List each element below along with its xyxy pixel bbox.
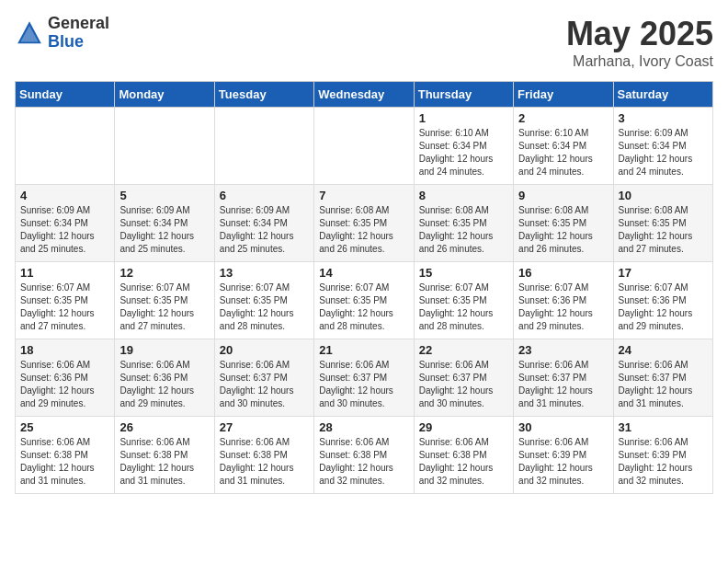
calendar-cell: 20Sunrise: 6:06 AM Sunset: 6:37 PM Dayli… bbox=[214, 339, 313, 417]
day-number: 22 bbox=[419, 343, 508, 357]
logo-blue: Blue bbox=[48, 33, 109, 52]
day-number: 4 bbox=[20, 189, 109, 202]
weekday-header: Wednesday bbox=[314, 82, 414, 108]
logo-general: General bbox=[48, 15, 109, 33]
weekday-row: SundayMondayTuesdayWednesdayThursdayFrid… bbox=[16, 82, 713, 108]
day-number: 30 bbox=[518, 420, 608, 434]
calendar-cell: 25Sunrise: 6:06 AM Sunset: 6:38 PM Dayli… bbox=[16, 417, 115, 494]
weekday-header: Friday bbox=[514, 82, 613, 108]
day-number: 21 bbox=[319, 343, 408, 357]
day-info: Sunrise: 6:06 AM Sunset: 6:39 PM Dayligh… bbox=[518, 436, 608, 488]
day-info: Sunrise: 6:08 AM Sunset: 6:35 PM Dayligh… bbox=[419, 204, 508, 256]
day-info: Sunrise: 6:08 AM Sunset: 6:35 PM Dayligh… bbox=[619, 204, 708, 256]
day-number: 5 bbox=[119, 189, 209, 202]
calendar-cell: 30Sunrise: 6:06 AM Sunset: 6:39 PM Dayli… bbox=[514, 417, 613, 494]
calendar-cell: 6Sunrise: 6:09 AM Sunset: 6:34 PM Daylig… bbox=[214, 185, 313, 262]
calendar-cell: 27Sunrise: 6:06 AM Sunset: 6:38 PM Dayli… bbox=[214, 417, 313, 494]
day-info: Sunrise: 6:06 AM Sunset: 6:37 PM Dayligh… bbox=[419, 359, 508, 410]
day-info: Sunrise: 6:10 AM Sunset: 6:34 PM Dayligh… bbox=[419, 127, 508, 178]
location: Marhana, Ivory Coast bbox=[566, 53, 713, 70]
day-info: Sunrise: 6:07 AM Sunset: 6:36 PM Dayligh… bbox=[518, 282, 608, 333]
weekday-header: Tuesday bbox=[214, 82, 313, 108]
day-number: 18 bbox=[20, 343, 109, 357]
calendar-cell bbox=[16, 108, 115, 185]
calendar-week: 25Sunrise: 6:06 AM Sunset: 6:38 PM Dayli… bbox=[16, 417, 713, 494]
day-info: Sunrise: 6:07 AM Sunset: 6:35 PM Dayligh… bbox=[419, 282, 508, 333]
logo-icon bbox=[15, 18, 44, 48]
day-number: 19 bbox=[119, 343, 209, 357]
page-header: General Blue May 2025 Marhana, Ivory Coa… bbox=[15, 15, 713, 70]
calendar-cell: 17Sunrise: 6:07 AM Sunset: 6:36 PM Dayli… bbox=[613, 262, 712, 339]
calendar-cell bbox=[314, 108, 414, 185]
calendar-cell: 22Sunrise: 6:06 AM Sunset: 6:37 PM Dayli… bbox=[414, 339, 513, 417]
day-info: Sunrise: 6:06 AM Sunset: 6:38 PM Dayligh… bbox=[119, 436, 209, 488]
day-number: 23 bbox=[518, 343, 608, 357]
day-info: Sunrise: 6:09 AM Sunset: 6:34 PM Dayligh… bbox=[119, 204, 209, 256]
day-info: Sunrise: 6:07 AM Sunset: 6:35 PM Dayligh… bbox=[119, 282, 209, 333]
day-info: Sunrise: 6:07 AM Sunset: 6:36 PM Dayligh… bbox=[619, 282, 708, 333]
day-info: Sunrise: 6:08 AM Sunset: 6:35 PM Dayligh… bbox=[319, 204, 408, 256]
day-info: Sunrise: 6:10 AM Sunset: 6:34 PM Dayligh… bbox=[518, 127, 608, 178]
calendar-cell: 9Sunrise: 6:08 AM Sunset: 6:35 PM Daylig… bbox=[514, 185, 613, 262]
weekday-header: Monday bbox=[115, 82, 214, 108]
day-info: Sunrise: 6:06 AM Sunset: 6:37 PM Dayligh… bbox=[220, 359, 309, 410]
day-number: 8 bbox=[419, 189, 508, 202]
day-info: Sunrise: 6:09 AM Sunset: 6:34 PM Dayligh… bbox=[20, 204, 109, 256]
calendar-cell bbox=[115, 108, 214, 185]
day-number: 26 bbox=[119, 420, 209, 434]
calendar-cell: 15Sunrise: 6:07 AM Sunset: 6:35 PM Dayli… bbox=[414, 262, 513, 339]
day-number: 28 bbox=[319, 420, 408, 434]
day-info: Sunrise: 6:06 AM Sunset: 6:38 PM Dayligh… bbox=[319, 436, 408, 488]
calendar-cell bbox=[214, 108, 313, 185]
day-info: Sunrise: 6:06 AM Sunset: 6:38 PM Dayligh… bbox=[220, 436, 309, 488]
calendar-cell: 23Sunrise: 6:06 AM Sunset: 6:37 PM Dayli… bbox=[514, 339, 613, 417]
calendar-cell: 12Sunrise: 6:07 AM Sunset: 6:35 PM Dayli… bbox=[115, 262, 214, 339]
calendar-cell: 7Sunrise: 6:08 AM Sunset: 6:35 PM Daylig… bbox=[314, 185, 414, 262]
calendar-week: 4Sunrise: 6:09 AM Sunset: 6:34 PM Daylig… bbox=[16, 185, 713, 262]
calendar-cell: 3Sunrise: 6:09 AM Sunset: 6:34 PM Daylig… bbox=[613, 108, 712, 185]
weekday-header: Sunday bbox=[16, 82, 115, 108]
day-info: Sunrise: 6:07 AM Sunset: 6:35 PM Dayligh… bbox=[20, 282, 109, 333]
weekday-header: Saturday bbox=[613, 82, 712, 108]
day-info: Sunrise: 6:09 AM Sunset: 6:34 PM Dayligh… bbox=[220, 204, 309, 256]
day-info: Sunrise: 6:06 AM Sunset: 6:37 PM Dayligh… bbox=[518, 359, 608, 410]
calendar-week: 1Sunrise: 6:10 AM Sunset: 6:34 PM Daylig… bbox=[16, 108, 713, 185]
calendar-header: SundayMondayTuesdayWednesdayThursdayFrid… bbox=[16, 82, 713, 108]
calendar-cell: 13Sunrise: 6:07 AM Sunset: 6:35 PM Dayli… bbox=[214, 262, 313, 339]
day-number: 29 bbox=[419, 420, 508, 434]
day-number: 12 bbox=[119, 266, 209, 280]
calendar-cell: 28Sunrise: 6:06 AM Sunset: 6:38 PM Dayli… bbox=[314, 417, 414, 494]
calendar-cell: 4Sunrise: 6:09 AM Sunset: 6:34 PM Daylig… bbox=[16, 185, 115, 262]
day-info: Sunrise: 6:07 AM Sunset: 6:35 PM Dayligh… bbox=[220, 282, 309, 333]
calendar-table: SundayMondayTuesdayWednesdayThursdayFrid… bbox=[15, 81, 713, 494]
day-number: 7 bbox=[319, 189, 408, 202]
day-number: 24 bbox=[619, 343, 708, 357]
calendar-cell: 29Sunrise: 6:06 AM Sunset: 6:38 PM Dayli… bbox=[414, 417, 513, 494]
day-number: 2 bbox=[518, 111, 608, 125]
calendar-week: 11Sunrise: 6:07 AM Sunset: 6:35 PM Dayli… bbox=[16, 262, 713, 339]
calendar-cell: 11Sunrise: 6:07 AM Sunset: 6:35 PM Dayli… bbox=[16, 262, 115, 339]
day-info: Sunrise: 6:06 AM Sunset: 6:38 PM Dayligh… bbox=[419, 436, 508, 488]
month-year: May 2025 bbox=[566, 15, 713, 53]
calendar-cell: 16Sunrise: 6:07 AM Sunset: 6:36 PM Dayli… bbox=[514, 262, 613, 339]
day-number: 11 bbox=[20, 266, 109, 280]
calendar-cell: 18Sunrise: 6:06 AM Sunset: 6:36 PM Dayli… bbox=[16, 339, 115, 417]
title-block: May 2025 Marhana, Ivory Coast bbox=[566, 15, 713, 70]
calendar-cell: 31Sunrise: 6:06 AM Sunset: 6:39 PM Dayli… bbox=[613, 417, 712, 494]
day-number: 25 bbox=[20, 420, 109, 434]
calendar-week: 18Sunrise: 6:06 AM Sunset: 6:36 PM Dayli… bbox=[16, 339, 713, 417]
day-number: 15 bbox=[419, 266, 508, 280]
day-info: Sunrise: 6:06 AM Sunset: 6:37 PM Dayligh… bbox=[619, 359, 708, 410]
calendar-body: 1Sunrise: 6:10 AM Sunset: 6:34 PM Daylig… bbox=[16, 108, 713, 494]
calendar-cell: 19Sunrise: 6:06 AM Sunset: 6:36 PM Dayli… bbox=[115, 339, 214, 417]
calendar-cell: 21Sunrise: 6:06 AM Sunset: 6:37 PM Dayli… bbox=[314, 339, 414, 417]
day-number: 31 bbox=[619, 420, 708, 434]
day-info: Sunrise: 6:09 AM Sunset: 6:34 PM Dayligh… bbox=[619, 127, 708, 178]
day-number: 14 bbox=[319, 266, 408, 280]
day-number: 13 bbox=[220, 266, 309, 280]
day-number: 1 bbox=[419, 111, 508, 125]
logo-text: General Blue bbox=[48, 15, 109, 52]
day-number: 17 bbox=[619, 266, 708, 280]
day-info: Sunrise: 6:07 AM Sunset: 6:35 PM Dayligh… bbox=[319, 282, 408, 333]
calendar-cell: 1Sunrise: 6:10 AM Sunset: 6:34 PM Daylig… bbox=[414, 108, 513, 185]
